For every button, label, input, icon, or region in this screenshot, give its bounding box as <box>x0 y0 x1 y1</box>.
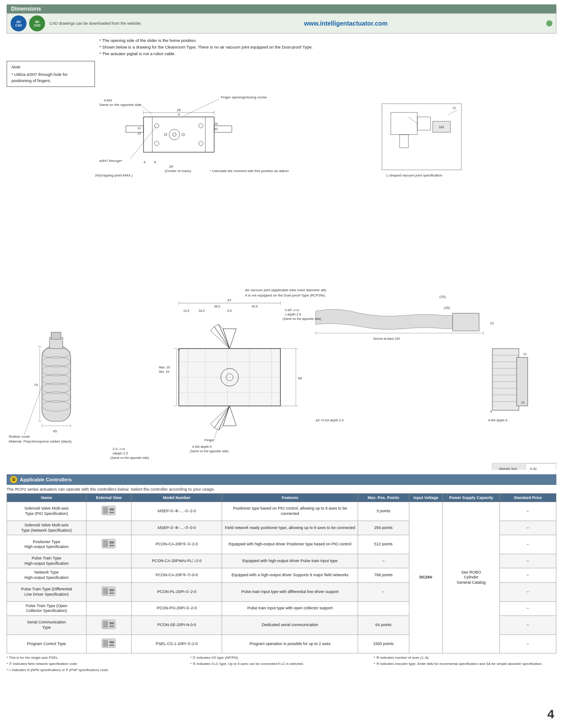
table-row-price: – <box>499 502 556 521</box>
svg-text:6: 6 <box>178 348 180 351</box>
notes-section: * The opening side of the slider is the … <box>7 37 556 57</box>
th-standard-price: Standard Price <box>499 494 556 502</box>
table-section-title: Applicable Controllers <box>20 477 72 482</box>
table-row-name: Solenoid Valve Multi-axisType (Network S… <box>7 521 87 535</box>
cad-bar: 2D CAD 3D CAD CAD drawings can be downlo… <box>7 13 556 34</box>
table-row-features: Program operation is possible for up to … <box>222 634 358 653</box>
svg-text:34.5: 34.5 <box>199 309 205 312</box>
svg-text:IAI: IAI <box>439 125 444 129</box>
svg-point-7 <box>169 129 180 140</box>
dimensions-title: Dimensions <box>11 6 41 12</box>
svg-text:(16): (16) <box>444 306 450 310</box>
table-row-external-view <box>86 535 132 554</box>
table-row-name: Serial CommunicationType <box>7 615 87 634</box>
table-input-voltage: DC24V <box>409 502 443 653</box>
note-line-1: * Utilize ø3H7 through hole for <box>11 71 90 78</box>
svg-text:ø3 +0.03 depth 2.5: ø3 +0.03 depth 2.5 <box>316 418 344 422</box>
cad-3d-icon[interactable]: 3D CAD <box>29 15 45 31</box>
svg-text:0 depth 2.5: 0 depth 2.5 <box>285 312 301 316</box>
table-row-max-pos: 768 points <box>358 568 409 582</box>
svg-text:2-ø3 +0.03: 2-ø3 +0.03 <box>285 308 299 312</box>
svg-rect-154 <box>110 641 114 643</box>
website-url[interactable]: www.intelligentactuator.com <box>145 20 546 27</box>
svg-text:29: 29 <box>214 122 218 125</box>
dimensions-header: Dimensions <box>7 4 556 13</box>
svg-rect-150 <box>110 622 114 624</box>
cad-dot-icon <box>546 20 552 26</box>
svg-point-4 <box>155 141 159 146</box>
svg-rect-111 <box>492 349 519 410</box>
svg-point-8 <box>173 133 176 136</box>
svg-text:24(Gripping point MAX.): 24(Gripping point MAX.) <box>95 173 133 177</box>
th-model-number: Model Number <box>132 494 222 502</box>
table-row-model: PCON-SE-20PI-N-0-0 <box>132 615 222 634</box>
svg-rect-0 <box>144 117 214 152</box>
svg-line-39 <box>408 117 417 124</box>
svg-line-79 <box>214 426 219 439</box>
table-row-price: – <box>499 601 556 615</box>
table-row-max-pos: 1500 points <box>358 634 409 653</box>
table-row-max-pos: – <box>358 554 409 568</box>
svg-text:56.5: 56.5 <box>214 305 220 308</box>
table-row-name: Pulse Train TypeHigh-output Specificatio… <box>7 554 87 568</box>
table-row-features: Equipped with a high-output driver Suppo… <box>222 568 358 582</box>
svg-text:0.42: 0.42 <box>530 467 537 470</box>
table-row-name: Pulse Train Type (DifferentialLine Drive… <box>7 582 87 601</box>
table-row-model: PCON-CA-20P⑤-①-2-0 <box>132 535 222 554</box>
svg-text:4-M4 depth 6: 4-M4 depth 6 <box>488 418 507 422</box>
table-row-name: Solenoid Valve Multi-axisType (PIO Speci… <box>7 502 87 521</box>
drawing-area-bottom: Air vacuum joint (applicable tube outer … <box>7 285 556 470</box>
table-row-external-view <box>86 502 132 521</box>
svg-rect-138 <box>110 508 114 510</box>
table-subtitle: The RCP2 series actuators can operate wi… <box>7 487 556 492</box>
svg-text:Rubber cover: Rubber cover <box>9 435 30 439</box>
svg-text:2-3 +0.05: 2-3 +0.05 <box>113 447 125 451</box>
svg-text:4-M3: 4-M3 <box>104 98 112 102</box>
svg-text:6.5: 6.5 <box>227 309 232 312</box>
svg-text:Finger opening/closing screw: Finger opening/closing screw <box>221 95 267 99</box>
svg-rect-141 <box>103 540 108 547</box>
table-row-name: Program Control Type <box>7 634 87 653</box>
svg-text:Min. 19: Min. 19 <box>159 370 169 373</box>
svg-text:10: 10 <box>137 127 141 130</box>
svg-point-9 <box>164 133 167 136</box>
table-section: ① Applicable Controllers The RCP2 series… <box>7 474 556 673</box>
table-row-name: Pulse Train Type (OpenCollector Specific… <box>7 601 87 615</box>
svg-text:23: 23 <box>521 401 525 404</box>
svg-rect-145 <box>103 588 108 594</box>
table-row-external-view <box>86 521 132 535</box>
table-row-max-pos: 3 points <box>358 502 409 521</box>
table-row-model: MSEP-①-⑧-…-⑦-0-0 <box>132 521 222 535</box>
cad-2d-icon[interactable]: 2D CAD <box>11 15 26 31</box>
table-row-external-view <box>86 615 132 634</box>
svg-rect-155 <box>110 645 114 646</box>
table-header-bar: ① Applicable Controllers <box>7 474 556 485</box>
table-row-features: Pulse train input type with differential… <box>222 582 358 601</box>
technical-drawing-bottom: Air vacuum joint (applicable tube outer … <box>7 285 556 470</box>
svg-line-42 <box>448 110 457 115</box>
footnote-item: * ① indicates I/O type (NP/PN). <box>190 655 373 660</box>
svg-text:Weight (kg): Weight (kg) <box>499 467 517 470</box>
table-power-supply: See ROBOCylinderGeneral Catalog <box>443 502 499 653</box>
table-row-model: PCON-CA-20PWAI-PL□-2-0 <box>132 554 222 568</box>
note-2: * Shown below is a drawing for the Clean… <box>99 44 556 50</box>
table-row-price: – <box>499 521 556 535</box>
table-row-max-pos: 512 points <box>358 535 409 554</box>
table-row-max-pos <box>358 601 409 615</box>
note-1: * The opening side of the slider is the … <box>99 37 556 44</box>
footnote-item: * ⑦ indicates field network specificatio… <box>7 661 189 667</box>
svg-rect-89 <box>51 332 61 339</box>
svg-text:4-M4 depth 6: 4-M4 depth 6 <box>192 445 212 449</box>
svg-rect-37 <box>400 135 408 148</box>
table-row-name: Network TypeHigh-output Specification <box>7 568 87 582</box>
table-row-external-view <box>86 568 132 582</box>
svg-text:8: 8 <box>154 160 156 164</box>
svg-text:40.5: 40.5 <box>252 305 258 308</box>
th-power-supply: Power Supply Capacity <box>443 494 499 502</box>
svg-line-20 <box>183 99 219 116</box>
svg-text:21: 21 <box>453 106 456 109</box>
svg-text:ø3H7 through*: ø3H7 through* <box>99 159 122 163</box>
table-row-features: Field network ready positioner type, all… <box>222 521 358 535</box>
svg-text:69: 69 <box>298 376 302 380</box>
th-max-pos: Max. Pos. Points <box>358 494 409 502</box>
